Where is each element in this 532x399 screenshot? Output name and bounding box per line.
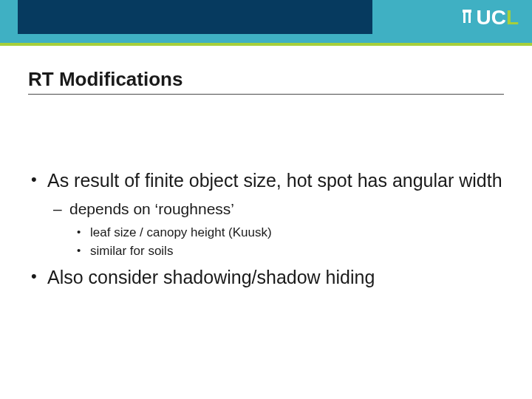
list-item: leaf size / canopy height (Kuusk) [69,224,504,242]
portico-icon [462,10,472,26]
ucl-logo: UCL [462,6,519,30]
list-item-text: depends on ‘roughness’ [69,200,234,217]
list-item: similar for soils [69,242,504,261]
list-item: Also consider shadowing/shadow hiding [28,265,504,290]
bullet-list: As result of finite object size, hot spo… [28,168,504,290]
header-dark-strip [18,0,372,34]
slide-content: RT Modifications As result of finite obj… [0,46,532,290]
list-item-text: leaf size / canopy height (Kuusk) [90,225,272,239]
list-item-text: As result of finite object size, hot spo… [47,170,502,191]
logo-text: UCL [476,6,519,30]
list-item-text: Also consider shadowing/shadow hiding [47,267,375,287]
list-item-text: similar for soils [90,244,173,258]
list-item: As result of finite object size, hot spo… [28,168,504,261]
bullet-list-lvl3: leaf size / canopy height (Kuusk) simila… [69,224,504,260]
slide-title: RT Modifications [28,68,504,95]
header-banner: UCL [0,0,532,46]
header-accent-line [0,43,532,46]
list-item: depends on ‘roughness’ leaf size / canop… [47,199,504,261]
bullet-list-lvl2: depends on ‘roughness’ leaf size / canop… [47,199,504,261]
